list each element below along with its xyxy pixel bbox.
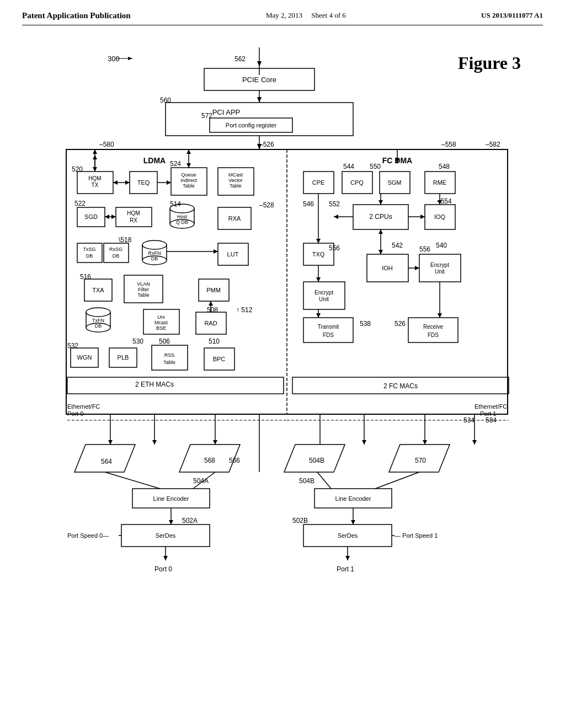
svg-marker-172 (186, 149, 191, 154)
publication-number: US 2013/0111077 A1 (481, 11, 543, 20)
svg-text:RAD: RAD (204, 320, 217, 326)
svg-text:540: 540 (436, 242, 447, 249)
svg-text:510: 510 (209, 338, 220, 345)
svg-text:–580: –580 (99, 141, 114, 148)
svg-text:516: 516 (80, 273, 91, 281)
svg-text:504A: 504A (193, 477, 209, 485)
svg-line-233 (317, 472, 331, 489)
svg-point-73 (142, 240, 167, 249)
svg-text:530: 530 (132, 338, 143, 345)
svg-text:Receive: Receive (423, 324, 444, 330)
svg-marker-250 (163, 556, 168, 560)
svg-text:Ethernet/FC: Ethernet/FC (67, 403, 100, 410)
svg-text:TXA: TXA (92, 287, 104, 293)
svg-text:PMM: PMM (206, 287, 221, 293)
svg-text:520: 520 (72, 165, 83, 173)
svg-text:Port 0: Port 0 (67, 410, 83, 417)
svg-marker-5 (128, 57, 132, 60)
svg-text:546: 546 (303, 200, 314, 208)
svg-text:RXA: RXA (228, 215, 241, 222)
svg-marker-238 (351, 520, 355, 524)
svg-marker-82 (214, 249, 218, 254)
svg-marker-10 (257, 97, 262, 103)
svg-marker-169 (93, 149, 97, 154)
svg-text:HQM: HQM (88, 175, 101, 181)
svg-text:522: 522 (74, 200, 86, 207)
svg-text:504B: 504B (309, 457, 324, 464)
svg-text:DB: DB (86, 253, 93, 259)
svg-marker-205 (152, 440, 157, 445)
svg-text:Unit: Unit (319, 296, 329, 302)
svg-text:506: 506 (159, 338, 170, 345)
svg-text:502A: 502A (182, 517, 198, 524)
svg-text:Indirect: Indirect (180, 178, 197, 183)
svg-marker-184 (415, 266, 419, 270)
svg-text:Vector: Vector (228, 178, 243, 183)
svg-marker-192 (379, 250, 383, 254)
svg-text:504B: 504B (299, 477, 315, 485)
svg-text:Encrypt: Encrypt (315, 290, 333, 296)
svg-text:TxSG: TxSG (83, 247, 95, 252)
svg-text:TEQ: TEQ (137, 179, 150, 186)
svg-text:Q DB: Q DB (176, 220, 188, 225)
svg-text:IOQ: IOQ (434, 213, 446, 220)
svg-text:IOH: IOH (382, 265, 393, 271)
svg-rect-157 (303, 318, 353, 342)
svg-text:Table: Table (137, 292, 150, 298)
svg-text:570: 570 (415, 457, 426, 464)
svg-rect-160 (408, 318, 458, 342)
svg-marker-193 (379, 229, 383, 234)
svg-marker-182 (316, 313, 321, 318)
svg-text:LDMA: LDMA (143, 156, 166, 165)
svg-text:562: 562 (234, 55, 246, 63)
svg-marker-44 (113, 180, 118, 185)
patent-diagram: 300 562 PCIE Core 560 PCI APP Port confi… (22, 31, 543, 682)
svg-text:FDS: FDS (428, 332, 439, 338)
svg-text:SGM: SGM (387, 179, 401, 186)
svg-text:BSE: BSE (156, 325, 166, 331)
svg-text:Queue: Queue (181, 172, 196, 178)
svg-text:BPC: BPC (213, 356, 226, 362)
svg-text:564: 564 (101, 458, 112, 465)
svg-text:\518: \518 (119, 236, 132, 244)
svg-text:Line Encoder: Line Encoder (335, 495, 371, 502)
svg-text:HQM: HQM (127, 210, 140, 216)
svg-text:–582: –582 (486, 141, 500, 148)
svg-marker-253 (345, 556, 350, 560)
pub-date: May 2, 2013 (266, 11, 302, 19)
svg-text:Mcast: Mcast (154, 320, 168, 325)
svg-text:TX: TX (92, 182, 99, 188)
publication-title: Patent Application Publication (22, 11, 131, 20)
diagram-area: Figure 3 300 562 PCIE Core 560 PCI APP (22, 31, 543, 682)
svg-marker-63 (111, 215, 116, 219)
page: Patent Application Publication May 2, 20… (0, 0, 565, 728)
svg-text:Table: Table (230, 183, 242, 189)
svg-text:552: 552 (329, 200, 340, 208)
svg-text:566: 566 (229, 457, 240, 464)
svg-marker-43 (125, 180, 130, 185)
svg-text:DB: DB (151, 256, 158, 261)
svg-marker-258 (93, 155, 97, 159)
svg-marker-1 (257, 61, 262, 67)
svg-text:Port config register: Port config register (226, 122, 277, 129)
svg-text:RxSG: RxSG (109, 247, 122, 252)
svg-text:RSS: RSS (164, 352, 175, 358)
svg-text:2 CPUs: 2 CPUs (369, 213, 392, 221)
svg-line-231 (105, 472, 160, 489)
svg-text:556: 556 (419, 245, 430, 253)
svg-text:MCast: MCast (228, 172, 243, 178)
svg-text:532: 532 (67, 342, 78, 350)
svg-text:524: 524 (170, 160, 181, 168)
svg-text:FDS: FDS (323, 332, 334, 338)
svg-text:502B: 502B (292, 517, 308, 524)
sheet-info: Sheet 4 of 6 (311, 11, 345, 19)
svg-marker-174 (316, 239, 321, 243)
svg-marker-215 (472, 440, 477, 445)
svg-text:Unit: Unit (435, 269, 445, 275)
svg-marker-190 (420, 215, 425, 219)
svg-text:2 FC MACs: 2 FC MACs (383, 382, 418, 390)
svg-marker-176 (379, 200, 383, 205)
svg-marker-186 (438, 313, 442, 318)
svg-text:544: 544 (343, 163, 354, 170)
svg-text:RX: RX (130, 217, 137, 223)
